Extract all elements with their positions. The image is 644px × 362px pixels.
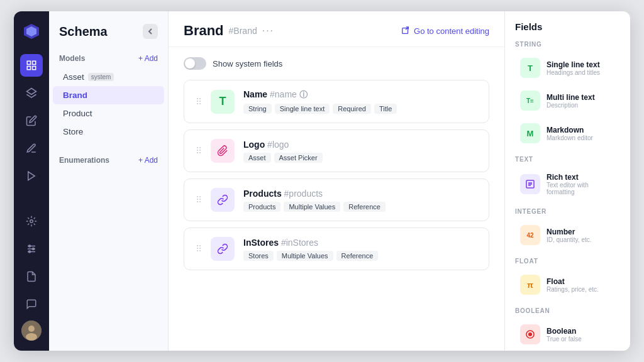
tag: Reference [336,251,379,261]
drag-handle[interactable]: ⠿ [196,146,202,156]
field-type-number[interactable]: 42 Number ID, quantity, etc. [515,220,620,250]
nav-item-docs[interactable] [20,265,43,288]
field-type-desc: Headings and titles [547,69,600,76]
field-name-label: Logo #logo [243,140,477,150]
tag: Reference [343,202,386,212]
system-toggle-row: Show system fields [184,57,489,70]
enumerations-label: Enumerations [59,156,109,165]
system-toggle-label: Show system fields [213,59,282,69]
more-options-button[interactable]: ··· [262,25,274,36]
nav-item-edit2[interactable] [20,137,43,160]
go-to-content-button[interactable]: Go to content editing [401,26,489,36]
sidebar-collapse-button[interactable] [143,24,158,39]
field-type-info-float: Float Ratings, price, etc. [547,277,599,293]
tag: Asset [243,153,271,163]
section-label-string: STRING [515,41,620,48]
field-icon-instores [211,237,235,261]
svg-rect-3 [27,67,30,70]
section-label-integer: INTEGER [515,208,620,215]
sidebar-item-store[interactable]: Store [53,123,164,141]
tag: Title [374,104,397,114]
svg-marker-5 [28,172,35,180]
nav-item-play[interactable] [20,165,43,187]
field-hash-logo: #logo [267,140,289,150]
field-icon-products [211,188,235,212]
field-name-label: Products #products [243,189,477,199]
info-icon-name[interactable]: ⓘ [299,90,308,99]
nav-item-layers[interactable] [20,82,43,104]
sidebar-item-product[interactable]: Product [53,104,164,123]
field-type-name: Float [547,277,599,286]
svg-point-14 [28,326,35,332]
enumerations-section-header: Enumerations + Add [49,151,168,170]
svg-point-12 [29,251,31,253]
field-type-boolean[interactable]: Boolean True or false [515,319,620,349]
field-type-name: Boolean [547,327,582,336]
sidebar-item-brand[interactable]: Brand [53,86,164,104]
field-type-info-markdown: Markdown Markdown editor [547,126,593,141]
field-type-desc: ID, quantity, etc. [547,236,592,243]
tags-products: Products Multiple Values Reference [243,202,477,212]
field-type-info-boolean: Boolean True or false [547,327,582,343]
field-type-desc: Description [547,102,595,109]
nav-item-edit[interactable] [20,109,43,132]
tags-name: String Single line text Required Title [243,104,477,114]
drag-handle[interactable]: ⠿ [196,244,202,254]
main-content: Brand #Brand ··· Go to content editing S… [169,11,504,351]
field-name-label: Name #name ⓘ [243,89,477,101]
sidebar: Schema Models + Add Asset system Brand P… [49,11,169,351]
drag-handle[interactable]: ⠿ [196,97,202,107]
add-model-button[interactable]: + Add [138,54,158,63]
svg-rect-2 [33,67,36,70]
svg-point-11 [33,248,35,250]
system-fields-toggle[interactable] [184,57,206,70]
field-type-multi-line[interactable]: T≡ Multi line text Description [515,85,620,116]
drag-handle[interactable]: ⠿ [196,195,202,205]
nav-item-integrations[interactable] [20,210,43,233]
field-type-single-line[interactable]: T Single line text Headings and titles [515,53,620,83]
field-type-info-number: Number ID, quantity, etc. [547,228,592,243]
nav-item-schema[interactable] [20,54,43,77]
models-section-header: Models + Add [49,49,168,68]
models-label: Models [59,54,85,63]
tag: Asset Picker [274,153,323,163]
field-info-logo: Logo #logo Asset Asset Picker [243,140,477,163]
svg-point-6 [30,220,33,223]
svg-point-19 [528,332,532,336]
field-type-icon-single: T [520,58,540,78]
model-title-area: Brand #Brand ··· [184,23,274,39]
nav-item-chat[interactable] [20,293,43,315]
field-hash-instores: #inStores [281,238,318,248]
model-title: Brand [184,23,224,39]
field-type-icon-multi: T≡ [520,90,540,111]
field-type-markdown[interactable]: M Markdown Markdown editor [515,118,620,148]
app-logo [21,21,42,41]
field-info-instores: InStores #inStores Stores Multiple Value… [243,238,477,261]
field-type-info-rich: Rich text Text editor with formatting [547,173,615,195]
field-type-desc: Ratings, price, etc. [547,286,599,293]
sidebar-title: Schema [59,25,108,39]
nav-item-settings[interactable] [20,238,43,260]
svg-point-15 [26,333,37,341]
tag: Required [333,104,371,114]
field-hash-products: #products [284,189,323,199]
tag: Multiple Values [284,202,340,212]
field-type-rich-text[interactable]: Rich text Text editor with formatting [515,168,620,200]
svg-point-10 [29,245,31,247]
field-type-desc: True or false [547,336,582,343]
add-enumeration-button[interactable]: + Add [138,156,158,165]
user-avatar[interactable] [21,321,42,341]
field-name-label: InStores #inStores [243,238,477,248]
field-hash-name: #name [270,89,297,99]
field-type-float[interactable]: π Float Ratings, price, etc. [515,270,620,300]
tag: String [243,104,272,114]
app-container: Schema Models + Add Asset system Brand P… [14,11,630,351]
field-info-name: Name #name ⓘ String Single line text Req… [243,89,477,114]
sidebar-item-asset[interactable]: Asset system [53,68,164,86]
field-type-icon-markdown: M [520,123,540,143]
sidebar-header: Schema [49,24,168,49]
tags-instores: Stores Multiple Values Reference [243,251,477,261]
tag: Multiple Values [277,251,333,261]
system-badge: system [88,73,114,81]
field-type-info-single: Single line text Headings and titles [547,60,600,76]
